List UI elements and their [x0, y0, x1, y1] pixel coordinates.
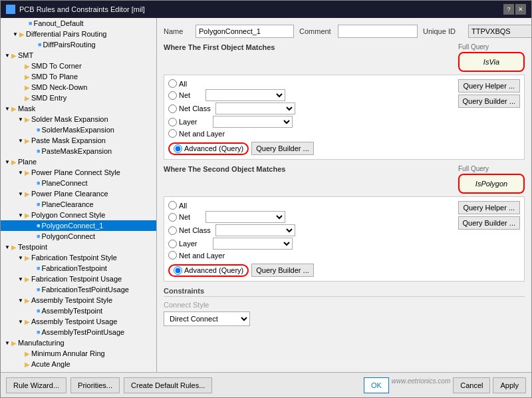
connect-style-select[interactable]: Direct Connect Relief Connect No Connect [164, 311, 250, 326]
comment-input[interactable] [338, 25, 418, 38]
tree-item[interactable]: ▼ ▶ Paste Mask Expansion [1, 135, 156, 146]
second-query-helper-btn[interactable]: Query Helper ... [458, 201, 520, 214]
tree-item[interactable]: ■ AssemblyTestpoint [1, 305, 156, 316]
first-radio-netclass[interactable] [168, 104, 177, 113]
second-option-netclass: Net Class [168, 224, 453, 236]
tree-label: SMD Neck-Down [31, 83, 87, 91]
tree-item[interactable]: ■ PasteMaskExpansion [1, 146, 156, 156]
first-radio-layer[interactable] [168, 118, 177, 126]
tree-item-polygon-connect-1[interactable]: ■ PolygonConnect_1 [1, 220, 156, 231]
tree-item[interactable]: ▼ ▶ Assembly Testpoint Usage [1, 316, 156, 327]
second-query-builder-btn[interactable]: Query Builder ... [458, 216, 520, 230]
tree-item-manufacturing[interactable]: ▼ ▶ Manufacturing [1, 337, 156, 348]
tree-item[interactable]: ▼ ▶ Assembly Testpoint Style [1, 295, 156, 305]
tree-item[interactable]: ▶ SMD Neck-Down [1, 82, 156, 93]
tree-label: SMD Entry [31, 94, 66, 102]
first-netclass-select[interactable] [215, 102, 295, 114]
second-full-query-value: IsPolygon [475, 180, 507, 188]
expander-icon [29, 179, 37, 187]
tree-item[interactable]: ■ Fanout_Default [1, 18, 156, 29]
tree-label: AssemblyTestpoint [41, 307, 102, 315]
second-layer-select[interactable] [213, 238, 293, 250]
second-radio-net[interactable] [168, 213, 177, 222]
first-net-select[interactable] [205, 89, 285, 101]
first-radio-netlayer[interactable] [168, 129, 177, 138]
second-netclass-select[interactable] [215, 224, 295, 236]
tree-item-testpoint[interactable]: ▼ ▶ Testpoint [1, 242, 156, 252]
ok-button[interactable]: OK [364, 377, 389, 393]
tree-item-polygon-connect-style[interactable]: ▼ ▶ Polygon Connect Style [1, 210, 156, 220]
second-option-layer: Layer [168, 238, 453, 250]
uniqueid-input[interactable] [468, 25, 531, 38]
tree-item-plane[interactable]: ▼ ▶ Plane [1, 156, 156, 167]
tree-item[interactable]: ▶ SMD To Corner [1, 61, 156, 71]
tree-item[interactable]: ▼ ▶ Power Plane Connect Style [1, 167, 156, 178]
folder-icon: ▶ [25, 169, 30, 176]
tree-item[interactable]: ■ FabricationTestPointUsage [1, 284, 156, 295]
uniqueid-label: Unique ID [423, 27, 463, 35]
first-layer-select[interactable] [213, 116, 293, 128]
tree-item-smt[interactable]: ▼ ▶ SMT [1, 50, 156, 61]
tree-item[interactable]: ▶ Acute Angle [1, 359, 156, 369]
first-radio-all[interactable] [168, 79, 177, 88]
first-radio-net[interactable] [168, 91, 177, 100]
folder-icon: ▶ [25, 116, 30, 123]
tree-item[interactable]: ■ SolderMaskExpansion [1, 124, 156, 135]
second-radio-netlayer[interactable] [168, 251, 177, 260]
second-object-title: Where The Second Object Matches [164, 165, 285, 173]
folder-icon: ▶ [25, 212, 30, 219]
first-label-net: Net [179, 91, 190, 99]
folder-icon: ▶ [11, 52, 17, 59]
apply-button[interactable]: Apply [493, 377, 526, 393]
folder-icon: ▶ [11, 158, 17, 166]
cancel-button[interactable]: Cancel [453, 377, 490, 393]
second-radio-advanced[interactable] [174, 266, 182, 275]
tree-item[interactable]: ▶ SMD Entry [1, 93, 156, 103]
first-full-query-box: IsVia [458, 52, 525, 72]
first-adv-query-builder-btn[interactable]: Query Builder ... [251, 142, 313, 155]
tree-item-diff-pairs[interactable]: ▼ ▶ Differential Pairs Routing [1, 29, 156, 39]
tree-label: Mask [18, 104, 35, 112]
tree-label: Fabrication Testpoint Style [31, 254, 117, 262]
tree-label: SMD To Corner [31, 62, 82, 70]
tree-label: Acute Angle [31, 360, 70, 368]
tree-item[interactable]: ■ PlaneClearance [1, 199, 156, 210]
second-net-select[interactable] [205, 211, 285, 223]
second-option-all: All [168, 201, 453, 210]
first-radio-advanced[interactable] [174, 144, 182, 153]
tree-item[interactable]: ▼ ▶ Solder Mask Expansion [1, 114, 156, 124]
first-query-helper-btn[interactable]: Query Helper ... [458, 79, 520, 93]
first-label-all: All [179, 80, 187, 88]
second-radio-layer[interactable] [168, 240, 177, 248]
first-label-layer: Layer [179, 118, 198, 126]
second-adv-query-builder-btn[interactable]: Query Builder ... [251, 264, 313, 277]
tree-item[interactable]: ■ PlaneConnect [1, 178, 156, 188]
tree-label: Fabrication Testpoint Usage [31, 275, 122, 283]
first-advanced-highlight: Advanced (Query) [168, 142, 249, 155]
second-radio-all[interactable] [168, 201, 177, 210]
folder-icon: ▶ [11, 244, 17, 251]
first-option-netlayer: Net and Layer [168, 129, 453, 138]
tree-item[interactable]: ▶ SMD To Plane [1, 71, 156, 82]
rule-wizard-button[interactable]: Rule Wizard... [6, 377, 66, 393]
name-input[interactable] [196, 25, 294, 38]
first-fq-title: Full Query [458, 43, 489, 51]
tree-item[interactable]: ■ FabricationTestpoint [1, 263, 156, 274]
tree-label: Assembly Testpoint Style [31, 296, 112, 304]
tree-item[interactable]: ▼ ▶ Fabrication Testpoint Style [1, 252, 156, 263]
create-default-button[interactable]: Create Default Rules... [124, 377, 212, 393]
tree-item-power-plane-clearance[interactable]: ▼ ▶ Power Plane Clearance [1, 188, 156, 199]
tree-item[interactable]: ■ AssemblyTestPointUsage [1, 327, 156, 337]
tree-item[interactable]: ■ PolygonConnect [1, 231, 156, 242]
tree-label: SolderMaskExpansion [41, 126, 114, 134]
tree-item[interactable]: ▼ ▶ Fabrication Testpoint Usage [1, 274, 156, 284]
tree-item[interactable]: ■ DiffPairsRouting [1, 39, 156, 50]
tree-item[interactable]: ▶ Minimum Annular Ring [1, 348, 156, 359]
first-query-builder-btn[interactable]: Query Builder ... [458, 95, 520, 108]
tree-item-mask[interactable]: ▼ ▶ Mask [1, 103, 156, 114]
close-button[interactable]: ✕ [515, 4, 526, 15]
help-button[interactable]: ? [503, 4, 514, 15]
priorities-button[interactable]: Priorities... [70, 377, 120, 393]
second-radio-netclass[interactable] [168, 226, 177, 235]
expander-icon: ▼ [3, 51, 11, 59]
